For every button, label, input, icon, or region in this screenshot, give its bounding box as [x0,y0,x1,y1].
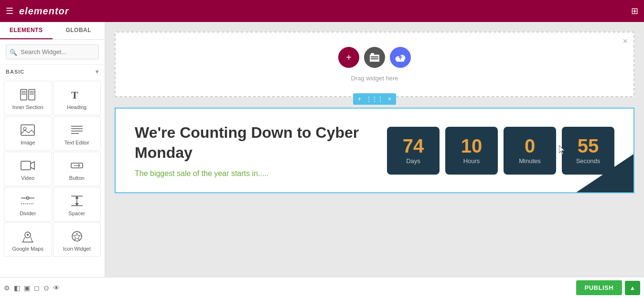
basic-section-header[interactable]: BASIC ▾ [0,65,105,79]
widget-spacer-label: Spacer [68,210,85,216]
timer-seconds-label: Seconds [576,157,601,165]
widget-divider-label: Divider [20,210,36,216]
timer-box-days: 74 Days [387,127,440,175]
brand-logo: elementor [19,6,625,17]
widgets-grid: Inner Section T Heading [0,79,105,259]
widget-icon1-label: Google Maps [12,246,43,252]
template-button[interactable] [364,47,385,68]
countdown-section: We're Counting Down to Cyber Monday The … [115,108,634,193]
text-editor-icon [69,123,85,137]
add-element-button[interactable]: + [338,47,359,68]
video-icon [20,159,35,172]
countdown-title: We're Counting Down to Cyber Monday [135,123,368,163]
countdown-text: We're Counting Down to Cyber Monday The … [135,123,368,178]
basic-section-label: BASIC [6,69,24,75]
history-icon[interactable]: ◧ [14,284,20,292]
widget-video-label: Video [21,175,34,181]
mobile-icon[interactable]: ◻ [34,284,40,292]
widget-inner-section[interactable]: Inner Section [4,81,52,115]
section-dropzone: × + [115,32,634,97]
search-icon: 🔍 [10,48,17,55]
section-toolbar: + ⋮⋮⋮ × [353,93,396,105]
svg-rect-36 [371,58,378,59]
section-close-button[interactable]: × [386,95,393,103]
svg-rect-35 [371,56,378,57]
timer-seconds-value: 55 [578,136,599,155]
main-layout: ELEMENTS GLOBAL 🔍 BASIC ▾ [0,22,644,277]
chevron-down-icon: ▾ [96,68,99,75]
image-icon [20,123,35,137]
topbar: ☰ elementor ⊞ [0,0,644,22]
widget-video[interactable]: Video [4,152,52,186]
publish-arrow-button[interactable]: ▲ [625,281,640,295]
widget-spacer[interactable]: Spacer [53,187,101,221]
svg-rect-34 [371,53,374,55]
cloud-button[interactable] [390,47,411,68]
canvas-area: × + [105,22,644,277]
section-add-button[interactable]: + [356,95,363,103]
svg-rect-9 [21,125,34,135]
timer-days-value: 74 [403,136,424,155]
search-wrapper: 🔍 [6,44,99,59]
button-icon [69,159,85,172]
search-input[interactable] [6,44,99,59]
divider-icon [20,194,35,208]
widget-icon2[interactable]: Icon Widget [53,222,101,257]
countdown-inner: We're Counting Down to Cyber Monday The … [116,109,633,192]
widget-text-editor-label: Text Editor [64,140,89,145]
svg-text:T: T [71,89,78,101]
timer-minutes-value: 0 [525,136,535,155]
svg-marker-31 [73,233,80,240]
inner-section-icon [20,88,35,101]
preview-icon[interactable]: ⊙ [43,284,49,292]
location-icon [20,230,35,243]
widget-icon1[interactable]: Google Maps [4,222,52,257]
widget-button[interactable]: Button [53,152,101,186]
timer-box-minutes: 0 Minutes [504,127,556,175]
timer-box-seconds: 55 Seconds [562,127,614,175]
timer-days-label: Days [406,157,420,165]
countdown-subtitle: The biggest sale of the year starts in..… [135,169,368,178]
timer-box-hours: 10 Hours [445,127,498,175]
close-section-button[interactable]: × [623,36,628,46]
hamburger-menu[interactable]: ☰ [6,6,13,16]
publish-bar: ⚙ ◧ ▣ ◻ ⊙ 👁 PUBLISH ▲ [0,277,644,298]
widget-icon2-label: Icon Widget [63,246,91,252]
sidebar-tabs: ELEMENTS GLOBAL [0,22,105,40]
drag-text: Drag widget here [351,75,398,82]
widget-heading-label: Heading [67,104,86,110]
publish-button[interactable]: PUBLISH [576,280,623,295]
widget-inner-section-label: Inner Section [12,104,43,110]
widget-button-label: Button [69,175,85,181]
svg-point-21 [27,197,29,199]
widget-divider[interactable]: Divider [4,187,52,221]
svg-rect-1 [29,89,35,100]
tab-global[interactable]: GLOBAL [53,22,105,39]
widget-image-label: Image [21,140,35,145]
settings-icon[interactable]: ⚙ [4,284,10,292]
spacer-icon [69,194,85,208]
svg-point-10 [23,127,26,130]
timer-hours-label: Hours [463,157,480,165]
timer-minutes-label: Minutes [519,157,541,165]
tab-elements[interactable]: ELEMENTS [0,22,53,39]
dropzone-actions: + [338,47,411,68]
search-container: 🔍 [0,40,105,65]
dropzone-inner: + [116,33,633,96]
grid-icon[interactable]: ⊞ [631,6,638,16]
timer-hours-value: 10 [461,136,483,155]
svg-rect-0 [21,89,27,100]
sidebar: ELEMENTS GLOBAL 🔍 BASIC ▾ [0,22,105,277]
eye-icon[interactable]: 👁 [53,284,60,292]
heading-icon: T [69,88,85,101]
widget-heading[interactable]: T Heading [53,81,101,115]
countdown-timer: 74 Days 10 Hours 0 Minutes 55 Seconds [387,127,614,175]
svg-point-28 [27,234,29,236]
svg-rect-15 [21,161,31,170]
responsive-icon[interactable]: ▣ [24,284,30,292]
section-move-button[interactable]: ⋮⋮⋮ [364,95,385,103]
widget-text-editor[interactable]: Text Editor [53,116,101,151]
star-icon [69,230,85,243]
widget-image[interactable]: Image [4,116,52,151]
bottom-icons: ⚙ ◧ ▣ ◻ ⊙ 👁 [4,284,573,292]
